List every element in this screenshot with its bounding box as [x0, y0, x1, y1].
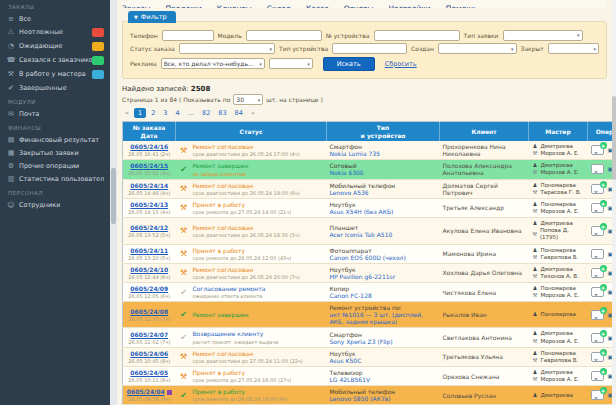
device-model-link[interactable]: Lenovo S850 (АК7в)	[330, 395, 391, 402]
column-header[interactable]: Мастер	[529, 122, 588, 142]
comment-bubble-icon[interactable]	[591, 164, 604, 174]
page-scroll-track[interactable]	[612, 0, 616, 405]
filter-select-Реклама[interactable]: Все, кто делал что-нибудь…▾	[161, 58, 265, 69]
topnav-link[interactable]: Отчеты	[344, 4, 374, 8]
topnav-link[interactable]: Заказы	[122, 4, 150, 8]
device-model-link[interactable]: Asus K50C	[330, 357, 362, 364]
device-model-link[interactable]: Sony Xperia Z3 (Flip)	[330, 338, 393, 345]
comment-bubble-icon[interactable]: +	[591, 390, 604, 400]
comment-bubble-icon[interactable]: +	[591, 184, 604, 194]
order-link[interactable]: 0605/24/14	[130, 182, 168, 189]
device-cell: СотовыйNokia 6300	[327, 160, 440, 179]
comment-bubble-icon[interactable]: +	[591, 203, 604, 213]
reset-link[interactable]: Сбросить	[385, 60, 417, 68]
device-model-link[interactable]: Nokia 6300	[330, 169, 364, 176]
column-header-line1: Тип	[328, 124, 438, 132]
page-next[interactable]: »	[248, 108, 258, 118]
filter-input-Телефон[interactable]	[162, 30, 214, 41]
device-model-link[interactable]: LG 42LB561V	[330, 376, 371, 383]
column-header[interactable]: № заказаДата	[123, 122, 176, 142]
comment-bubble-icon[interactable]: +	[591, 268, 604, 278]
order-link[interactable]: 0605/24/05	[130, 369, 168, 376]
topnav-link[interactable]: Настройки	[388, 4, 430, 8]
device-model-link[interactable]: Asus X54H (без АКБ)	[330, 208, 394, 215]
filter-input-№ устройства[interactable]	[374, 30, 460, 41]
per-page-select[interactable]: 30 ▾	[233, 94, 263, 105]
comment-bubble-icon[interactable]: +	[591, 145, 604, 155]
search-button[interactable]: Искать	[323, 57, 375, 71]
comment-bubble-icon[interactable]: +	[591, 310, 604, 320]
order-link[interactable]: 0605/24/11	[130, 247, 168, 254]
device-model-link[interactable]: Nokia Lumia 735	[330, 150, 380, 157]
sidebar-scroll-thumb[interactable]	[111, 168, 116, 224]
page-link[interactable]: 3	[160, 108, 170, 118]
status-text-block: Возвращение клиентурасчет принят, ожидае…	[193, 330, 279, 344]
comment-bubble-icon[interactable]: +	[591, 226, 604, 236]
device-model-link[interactable]: акт №1016 — 3 шт. (дисплей, АКБ, задняя …	[330, 311, 424, 325]
topnav-link[interactable]: Помощь	[446, 4, 478, 8]
page-prev[interactable]: «	[122, 108, 132, 118]
order-link[interactable]: 0605/24/04	[127, 388, 165, 395]
page-link[interactable]: 1	[134, 108, 146, 118]
sidebar-item-сотрудники[interactable]: ☺Сотрудники	[0, 198, 110, 211]
order-link[interactable]: 0605/24/16	[130, 143, 168, 150]
column-header[interactable]: Статус	[176, 122, 327, 142]
filter-input-Тип устройства[interactable]	[332, 43, 407, 54]
page-link[interactable]: 83	[215, 108, 229, 118]
order-link[interactable]: 0605/24/07	[130, 331, 168, 338]
order-link[interactable]: 0605/24/08	[130, 308, 168, 315]
page-link[interactable]: 4	[172, 108, 182, 118]
filter-select-Закрыт[interactable]: ▾	[548, 43, 599, 54]
filter-select-Статус заказа[interactable]: ▾	[179, 43, 275, 54]
sidebar-scroll-track[interactable]	[110, 0, 117, 405]
device-model-link[interactable]: Canon EOS 600D (чехол)	[330, 254, 406, 261]
master-cell: ♟Пономарева⚒Гаврилова В.	[529, 347, 588, 366]
sidebar-item-связался-с-заказчиком[interactable]: ☎Связался с заказчиком	[0, 53, 110, 67]
device-model-link[interactable]: Lenovo A536	[330, 189, 369, 196]
sidebar-item-почта[interactable]: ✉Почта	[0, 107, 110, 120]
topnav-link[interactable]: Касса	[306, 4, 329, 8]
sidebar-item-финансовый-результат[interactable]: ▤Финансовый результат	[0, 133, 110, 146]
topnav-link[interactable]: Продажи	[165, 4, 201, 8]
sidebar-item-ожидающие[interactable]: ◔Ожидающие	[0, 39, 110, 53]
comment-bubble-icon[interactable]	[591, 249, 604, 259]
sidebar-item-неотложные[interactable]: ⚠Неотложные	[0, 25, 110, 39]
page-scroll-thumb[interactable]	[612, 96, 616, 180]
comment-bubble-icon[interactable]: +	[591, 371, 604, 381]
filter-select-extra[interactable]: ▾	[269, 58, 313, 69]
sidebar-item-label: Завершенные	[19, 84, 67, 92]
add-comment-plus-icon: +	[600, 387, 607, 394]
column-header[interactable]: Операции	[588, 122, 613, 142]
sidebar-item-завершенные[interactable]: ✔Завершенные	[0, 81, 110, 94]
topnav-link[interactable]: Склад	[267, 4, 291, 8]
sidebar-item-прочие-операции[interactable]: ⚙Прочие операции	[0, 159, 110, 172]
order-link[interactable]: 0605/24/09	[130, 285, 168, 292]
filter-tab[interactable]: ▼ Фильтр	[128, 11, 176, 23]
comment-bubble-icon[interactable]: +	[591, 333, 604, 343]
topnav-link[interactable]: Клиенты	[217, 4, 252, 8]
device-model-link[interactable]: Acer Iconia Tab A510	[330, 231, 393, 238]
sidebar-item-все[interactable]: ≡Все	[0, 12, 110, 25]
order-link[interactable]: 0605/24/10	[130, 266, 168, 273]
filter-select-Создан[interactable]: ▾	[438, 43, 517, 54]
sidebar-item-закрытые-заявки[interactable]: ▦Закрытые заявки	[0, 146, 110, 159]
order-link[interactable]: 0605/24/13	[130, 201, 168, 208]
page-link[interactable]: 2	[148, 108, 158, 118]
column-header[interactable]: Типи устройство	[327, 122, 440, 142]
comment-bubble-icon[interactable]: +	[591, 287, 604, 297]
sidebar-item-в-работе-у-мастера[interactable]: ⚒В работе у мастера	[0, 67, 110, 81]
device-model-link[interactable]: Canon FC-128	[330, 292, 372, 299]
device-model-link[interactable]: HP Pavilion g6-2211sr	[330, 273, 396, 280]
filter-select-Тип заявки[interactable]: ▾	[503, 30, 583, 41]
order-link[interactable]: 0605/24/12	[130, 224, 168, 231]
order-link[interactable]: 0605/24/06	[130, 350, 168, 357]
comment-bubble-icon[interactable]: +	[591, 352, 604, 362]
page-info-suffix: шт. на странице )	[266, 96, 322, 103]
page-link[interactable]: 84	[232, 108, 246, 118]
sidebar-item-статистика-пользователей[interactable]: ▥Статистика пользователей	[0, 172, 110, 185]
column-header[interactable]: Клиент	[440, 122, 529, 142]
order-link[interactable]: 0605/24/15	[130, 162, 168, 169]
master-line-1: ♟Пономарева	[532, 247, 585, 254]
page-link[interactable]: 82	[199, 108, 213, 118]
filter-input-Модель[interactable]	[246, 30, 322, 41]
